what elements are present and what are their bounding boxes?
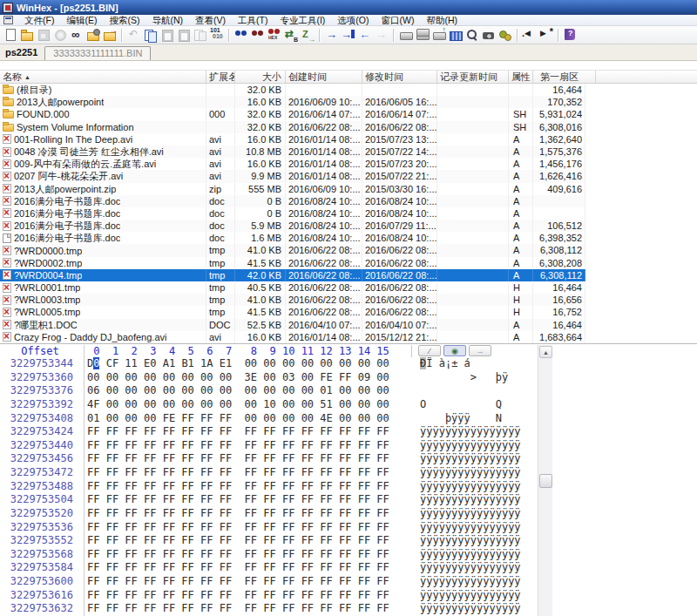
created-cell: 2016/04/10 07:...	[286, 319, 362, 331]
table-row[interactable]: 001-Rolling In The Deep.aviavi16.0 KB201…	[0, 133, 585, 146]
case-selector[interactable]: ps2251	[0, 47, 44, 60]
hex-row[interactable]: 3229753472FF FF FF FF FF FF FF FF FF FF …	[0, 466, 537, 480]
new-file-button[interactable]	[2, 27, 18, 43]
folder-properties-button[interactable]	[85, 27, 101, 43]
menu-item[interactable]: 工具(T)	[232, 15, 274, 26]
edit-mode-button[interactable]: ∕	[418, 345, 441, 356]
convert-binary-button[interactable]	[208, 27, 225, 43]
menu-item[interactable]: 搜索(S)	[103, 15, 145, 26]
find-again-button[interactable]	[249, 27, 266, 43]
hex-row[interactable]: 3229753424FF FF FF FF FF FF FF FF FF FF …	[0, 425, 537, 439]
hex-row[interactable]: 3229753504FF FF FF FF FF FF FF FF FF FF …	[0, 493, 537, 507]
table-row[interactable]: 009-风中有朵雨做的云.孟庭苇.aviavi16.0 KB2016/01/14…	[0, 158, 585, 170]
replace-hex-button[interactable]	[282, 27, 299, 43]
hex-row[interactable]: 322975340801 00 00 00 FE FF FF FF 00 00 …	[0, 412, 537, 426]
file-name: ?WRL0003.tmp	[14, 294, 80, 306]
menu-item[interactable]: 帮助(H)	[420, 15, 464, 26]
table-row[interactable]: System Volume Information32.0 KB2016/06/…	[0, 121, 585, 133]
hex-row[interactable]: 3229753568FF FF FF FF FF FF FF FF FF FF …	[0, 548, 537, 562]
scroll-up-button[interactable]: ▲	[539, 346, 552, 358]
menu-item[interactable]: 文件(F)	[18, 15, 60, 26]
hex-row[interactable]: 3229753488FF FF FF FF FF FF FF FF FF FF …	[0, 480, 537, 494]
find-hex-button[interactable]	[266, 27, 282, 43]
next-position-button[interactable]	[538, 27, 554, 43]
column-header-first-sector[interactable]: 第一扇区	[533, 71, 596, 83]
preview-button[interactable]: ◉	[443, 345, 466, 356]
table-row[interactable]: ?WRD0004.tmptmp42.0 KB2016/06/22 08:...2…	[0, 269, 585, 281]
table-row[interactable]: 0207 阿牛-桃花朵朵开.aviavi9.9 MB2016/01/14 08:…	[0, 170, 585, 182]
menu-item[interactable]: 专业工具(I)	[274, 15, 331, 26]
table-row[interactable]: 2016满分电子书题库.docdoc0 B2016/08/24 10:...20…	[0, 195, 585, 207]
copy-button[interactable]	[142, 27, 159, 43]
hex-row[interactable]: 3229753536FF FF FF FF FF FF FF FF FF FF …	[0, 521, 537, 535]
menu-item[interactable]: 查看(V)	[189, 15, 232, 26]
column-header-name[interactable]: 名称▲	[0, 71, 206, 83]
table-row[interactable]: ?WRD0002.tmptmp41.5 KB2016/06/22 08:...2…	[0, 257, 585, 269]
goto-end-button[interactable]	[340, 27, 356, 43]
hex-row[interactable]: 3229753440FF FF FF FF FF FF FF FF FF FF …	[0, 439, 537, 453]
table-row[interactable]: 2016满分电子书题库.docdoc1.6 MB2016/08/24 10:..…	[0, 232, 585, 244]
table-row[interactable]: Crazy Frog - Daddy DJ_baofeng.aviavi16.0…	[0, 331, 585, 343]
column-header-record-changed[interactable]: 记录更新时间	[437, 71, 509, 83]
table-row[interactable]: 2016满分电子书题库.docdoc0 B2016/08/24 10:...20…	[0, 207, 585, 220]
table-row[interactable]: ?WRL0005.tmptmp41.5 KB2016/06/22 08:...2…	[0, 306, 585, 318]
column-header-ext[interactable]: 扩展名	[206, 71, 235, 83]
hex-row[interactable]: 3229753520FF FF FF FF FF FF FF FF FF FF …	[0, 507, 537, 521]
gears-button[interactable]	[497, 27, 513, 43]
table-row[interactable]: ?WRD0000.tmptmp41.0 KB2016/06/22 08:...2…	[0, 244, 585, 256]
table-row[interactable]: (根目录)32.0 KB16,464	[0, 84, 585, 96]
hex-row[interactable]: 3229753600FF FF FF FF FF FF FF FF FF FF …	[0, 575, 537, 589]
hex-scrollbar[interactable]: ▲	[538, 345, 552, 616]
prev-position-button[interactable]	[521, 27, 538, 43]
goto-offset-button[interactable]	[323, 27, 340, 43]
glasses-button[interactable]	[68, 27, 85, 43]
table-row[interactable]: 2013人邮powerpoint.zipzip555 MB2016/06/09 …	[0, 183, 585, 195]
ext-cell: doc	[206, 220, 235, 232]
folder-export-button[interactable]	[101, 27, 118, 43]
hex-row[interactable]: 3229753616FF FF FF FF FF FF FF FF FF FF …	[0, 589, 537, 603]
table-row[interactable]: 2013人邮powerpoint16.0 KB2016/06/09 10:...…	[0, 96, 585, 108]
magnifier-button[interactable]	[464, 27, 480, 43]
hex-row[interactable]: 32297533924F 00 00 00 00 00 00 00 00 10 …	[0, 398, 537, 412]
column-header-size[interactable]: 大小	[235, 71, 286, 83]
open-disk-button[interactable]	[397, 27, 414, 43]
column-header-created[interactable]: 创建时间	[286, 71, 362, 83]
continue-search-button[interactable]	[299, 27, 315, 43]
scrollbar-thumb[interactable]	[539, 474, 552, 488]
table-row[interactable]: ?WRL0003.tmptmp41.0 KB2016/06/22 08:...2…	[0, 294, 585, 306]
table-row[interactable]: ?WRL0001.tmptmp40.5 KB2016/06/22 08:...2…	[0, 281, 585, 294]
hex-row[interactable]: 322975336000 00 00 00 00 00 00 00 3E 00 …	[0, 371, 537, 385]
document-system-icon[interactable]	[3, 16, 13, 24]
replace-hex-icon	[283, 28, 298, 42]
table-row[interactable]: 0048 冷漠 司徒兰芳 红尘永相伴.aviavi10.8 MB2016/01/…	[0, 146, 585, 158]
recover-button[interactable]	[430, 27, 447, 43]
column-header-attr[interactable]: 属性	[509, 71, 533, 83]
deleted-file-icon	[3, 196, 11, 206]
hex-row[interactable]: 3229753344D0 CF 11 E0 A1 B1 1A E1 00 00 …	[0, 357, 537, 371]
ram-button[interactable]	[447, 27, 464, 43]
hex-row[interactable]: 322975337606 00 00 00 00 00 00 00 00 00 …	[0, 384, 537, 398]
table-row[interactable]: ?哪里枳1.DOCDOC52.5 KB2016/04/10 07:...2016…	[0, 319, 585, 331]
document-tab[interactable]: 33333331111111.BIN	[44, 46, 151, 60]
first-sector-cell: 1,626,416	[533, 170, 585, 182]
help-book-button[interactable]	[562, 27, 579, 43]
find-text-button[interactable]	[233, 27, 249, 43]
hex-row[interactable]: 3229753552FF FF FF FF FF FF FF FF FF FF …	[0, 534, 537, 548]
column-header-modified[interactable]: 修改时间	[362, 71, 437, 83]
size-cell: 555 MB	[235, 183, 286, 195]
hex-row[interactable]: 3229753632FF FF FF FF FF FF FF FF FF FF …	[0, 602, 537, 616]
open-folder-button[interactable]	[18, 27, 35, 43]
drives-button[interactable]	[414, 27, 430, 43]
menu-item[interactable]: 编辑(E)	[60, 15, 103, 26]
menu-item[interactable]: 窗口(W)	[376, 15, 421, 26]
hex-row[interactable]: 3229753584FF FF FF FF FF FF FF FF FF FF …	[0, 561, 537, 575]
camera-button[interactable]	[480, 27, 497, 43]
record-changed-cell	[437, 269, 509, 281]
menu-item[interactable]: 导航(N)	[145, 15, 189, 26]
table-row[interactable]: 2016满分电子书题库.docdoc5.9 MB2016/08/24 10:..…	[0, 220, 585, 232]
pointer-button[interactable]: →	[469, 345, 491, 356]
menu-item[interactable]: 选项(O)	[331, 15, 375, 26]
table-row[interactable]: FOUND.00000032.0 KB2016/06/14 07:...2016…	[0, 108, 585, 120]
hex-row[interactable]: 3229753456FF FF FF FF FF FF FF FF FF FF …	[0, 452, 537, 466]
back-button[interactable]	[356, 27, 373, 43]
